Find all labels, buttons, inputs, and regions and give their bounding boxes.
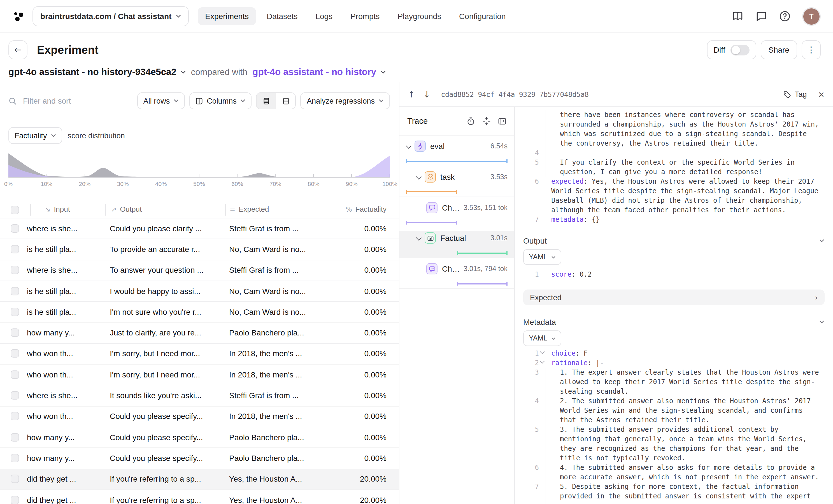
row-checkbox[interactable] [10,496,19,504]
table-row[interactable]: where is she...To answer your question .… [0,260,399,281]
table-row[interactable]: did they get ...If you're referring to a… [0,469,399,490]
line-number: 7 [523,215,546,224]
tag-button[interactable]: Tag [783,90,807,99]
tab-playgrounds[interactable]: Playgrounds [390,7,448,25]
user-avatar[interactable]: T [802,7,821,25]
panel-layout-icon[interactable] [498,117,506,125]
split-view-toggle[interactable] [276,93,295,109]
code-text: mentioning that generally, once a team w… [546,435,807,444]
chevron-down-icon[interactable] [819,239,825,242]
cell-input: how many y... [27,454,102,462]
tab-prompts[interactable]: Prompts [343,7,387,25]
tab-configuration[interactable]: Configuration [452,7,513,25]
cell-factuality: 0.00% [336,349,386,358]
expected-collapsed-section[interactable]: Expected › [523,289,825,305]
row-checkbox[interactable] [10,391,19,400]
row-checkbox[interactable] [10,350,19,358]
axis-tick-label: 100% [382,180,398,187]
table-row[interactable]: who won th...I'm sorry, but I need mor..… [0,343,399,365]
row-checkbox[interactable] [10,287,19,295]
code-text: World Series title despite the sign-stea… [546,187,818,196]
row-checkbox[interactable] [10,433,19,441]
chevron-down-icon[interactable] [416,236,421,241]
row-checkbox[interactable] [10,308,19,316]
output-sort-icon: ↗ [111,205,117,213]
table-row[interactable]: how many y...Just to clarify, are you re… [0,322,399,344]
table-row[interactable]: is he still pla...I would be happy to as… [0,281,399,302]
table-row[interactable]: did they get ...If you're referring to a… [0,489,399,504]
trace-span-task[interactable]: task3.53s [399,170,514,197]
table-row[interactable]: where is she...Could you please clarify … [0,218,399,239]
trace-span-chat[interactable]: Chat...3.53s, 151 tok [399,200,514,227]
table-row[interactable]: is he still pla...To provide an accurate… [0,239,399,260]
current-density-area [8,156,390,177]
all-rows-dropdown[interactable]: All rows [137,92,185,109]
tab-logs[interactable]: Logs [308,7,340,25]
span-name: Factual [440,234,466,243]
row-checkbox[interactable] [10,266,19,274]
filter-search[interactable] [8,96,137,106]
experiment-selector[interactable]: gpt-4o assistant - no history-934e5ca2 [8,67,186,77]
project-selector[interactable]: braintrustdata.com / Chat assistant [32,6,189,26]
next-row-button[interactable]: ↓ [423,89,430,99]
compared-with-label: compared with [191,67,247,77]
row-checkbox[interactable] [10,224,19,233]
fold-chevron-icon[interactable] [540,350,545,355]
table-row[interactable]: who won th...I'm sorry, but I need mor..… [0,364,399,386]
code-text: there have been instances where controve… [546,110,794,120]
row-checkbox[interactable] [10,329,19,337]
share-button[interactable]: Share [760,40,797,59]
fold-chevron-icon[interactable] [540,359,545,364]
metric-selector[interactable]: Factuality [8,127,62,144]
previous-row-button[interactable]: ↑ [408,89,415,99]
chevron-down-icon[interactable] [819,320,825,324]
trace-tree-panel: Trace [399,107,515,504]
close-icon[interactable]: ✕ [818,90,825,99]
column-header-input[interactable]: ↘Input [45,205,70,213]
code-line: allowed to keep their 2017 World Series … [523,378,825,387]
table-row[interactable]: who won th...Could you please specify...… [0,406,399,427]
trace-span-chat[interactable]: Chat...3.01s, 794 tok [399,262,514,289]
filter-input[interactable] [22,96,136,106]
chevron-down-icon[interactable] [406,144,411,148]
cell-expected: Steffi Graf is from ... [229,265,320,274]
diff-toggle[interactable] [730,45,749,55]
trace-span-eval[interactable]: eval6.54s [399,139,514,166]
column-header-output[interactable]: ↗Output [111,205,142,213]
feedback-chat-icon[interactable] [755,10,767,22]
trace-span-factual[interactable]: Factual3.01s [399,231,514,259]
column-header-expected[interactable]: =Expected [230,205,269,213]
metadata-format-dropdown[interactable]: YAML [523,330,561,346]
cell-expected: In 2018, the men's ... [229,349,320,358]
table-row[interactable]: how many y...Could you please specify...… [0,427,399,448]
collapse-all-icon[interactable] [482,117,491,125]
row-checkbox[interactable] [10,412,19,421]
output-format-dropdown[interactable]: YAML [523,249,561,265]
tab-experiments[interactable]: Experiments [198,7,256,25]
row-checkbox[interactable] [10,475,19,483]
chat-completion-icon [426,202,437,213]
cell-output: If you're referring to a sp... [110,474,223,483]
table-row[interactable]: how many y...Could you please specify...… [0,448,399,469]
dense-view-toggle[interactable] [257,93,276,109]
timer-icon[interactable] [467,117,475,125]
row-checkbox[interactable] [10,370,19,379]
back-button[interactable]: ← [8,40,27,59]
docs-book-icon[interactable] [732,10,744,22]
table-row[interactable]: is he still pla...I'm not sure who you'r… [0,301,399,323]
code-line: the controversy, the Astros retained the… [523,139,825,148]
more-options-button[interactable]: ⋮ [802,40,821,59]
table-row[interactable]: where is she...It sounds like you're ask… [0,385,399,407]
column-header-factuality[interactable]: %Factuality [346,205,386,213]
analyze-regressions-dropdown[interactable]: Analyze regressions [301,92,390,109]
chevron-down-icon[interactable] [416,175,421,179]
row-checkbox[interactable] [10,454,19,462]
comparison-experiment-selector[interactable]: gpt-4o assistant - no history [252,67,386,77]
row-checkbox[interactable] [10,245,19,254]
cell-expected: Steffi Graf is from ... [229,224,320,233]
select-all-checkbox[interactable] [10,206,19,214]
code-line: provided in the submitted answer is cons… [523,492,825,501]
columns-dropdown[interactable]: Columns [189,92,252,109]
help-icon[interactable] [779,10,791,22]
tab-datasets[interactable]: Datasets [259,7,305,25]
